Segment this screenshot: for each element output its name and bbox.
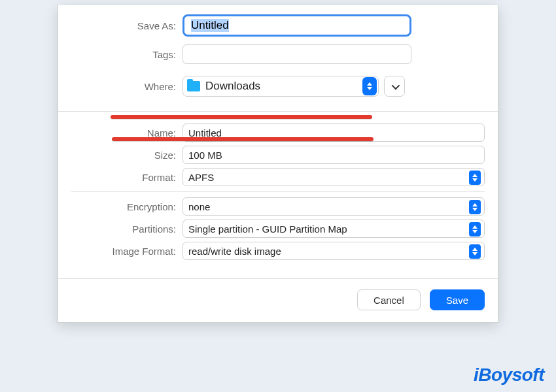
watermark-logo: iiBoysoftBoysoft [474,365,544,385]
annotation-underline [112,137,374,141]
chevron-down-icon [391,81,400,90]
encryption-popup[interactable]: none [182,197,485,216]
tags-input[interactable] [182,44,411,64]
format-popup[interactable]: APFS [182,168,485,186]
name-label: Name: [71,127,182,139]
folder-icon [187,81,200,91]
partitions-popup[interactable]: Single partition - GUID Partition Map [182,220,485,238]
updown-arrows-icon [469,200,481,214]
updown-arrows-icon [469,244,481,259]
save-dialog: Save As: Tags: Where: Downloads [58,5,498,323]
where-value: Downloads [205,80,362,93]
annotation-underline [111,115,372,119]
image-options-panel: Name: Size: Format: APFS Encryption: [58,111,498,260]
save-as-input[interactable] [182,14,411,37]
format-label: Format: [71,172,182,183]
dialog-footer: Cancel Save [58,278,498,322]
cancel-button[interactable]: Cancel [357,289,421,310]
updown-arrows-icon [362,77,377,95]
tags-label: Tags: [71,49,182,60]
save-button[interactable]: Save [430,289,485,310]
save-as-label: Save As: [71,20,182,31]
encryption-label: Encryption: [71,201,182,212]
partitions-label: Partitions: [71,223,182,235]
save-panel-top: Save As: Tags: Where: Downloads [58,5,498,111]
updown-arrows-icon [469,171,481,185]
updown-arrows-icon [469,222,481,237]
where-popup[interactable]: Downloads [182,76,379,97]
where-label: Where: [71,81,182,92]
image-format-label: Image Format: [71,246,182,257]
image-format-popup[interactable]: read/write disk image [182,242,485,260]
expand-save-panel-button[interactable] [384,76,405,97]
size-input[interactable] [182,146,485,164]
size-label: Size: [71,150,182,161]
